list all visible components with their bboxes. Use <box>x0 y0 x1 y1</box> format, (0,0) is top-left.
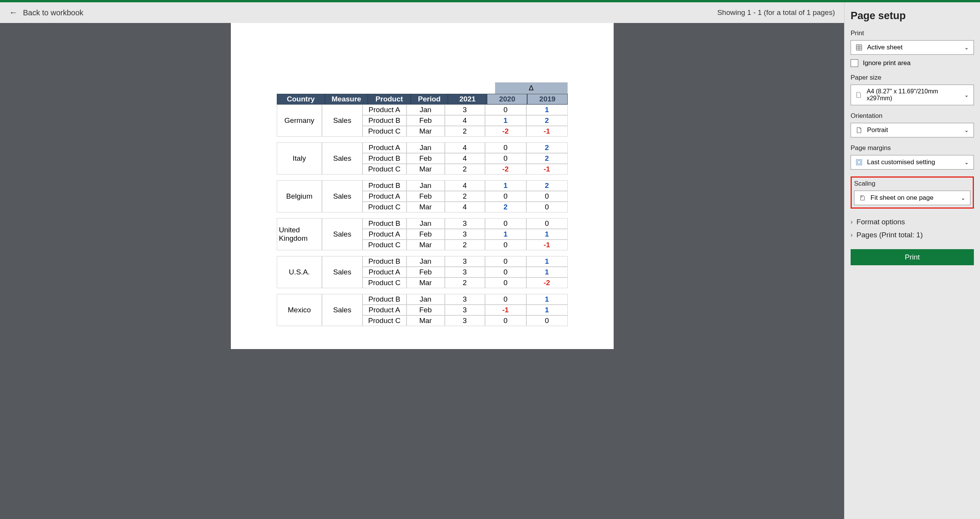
y2019-cell: 2 <box>526 153 568 164</box>
product-cell: Product A <box>363 305 407 315</box>
country-cell: Belgium <box>277 180 322 212</box>
period-cell: Jan <box>407 104 445 115</box>
print-preview-page: ΔCountryMeasureProductPeriod202120202019… <box>231 23 614 349</box>
y2020-cell: -1 <box>485 305 526 315</box>
product-cell: Product B <box>363 115 407 126</box>
column-header: 2021 <box>448 94 487 104</box>
product-cell: Product A <box>363 229 407 240</box>
chevron-down-icon: ⌄ <box>961 195 965 201</box>
y2021-cell: 3 <box>445 305 485 315</box>
column-header: Measure <box>325 94 368 104</box>
pages-expander[interactable]: › Pages (Print total: 1) <box>851 228 974 242</box>
period-cell: Feb <box>407 305 445 315</box>
y2020-cell: 0 <box>485 277 526 288</box>
y2019-cell: 0 <box>526 218 568 229</box>
scaling-label: Scaling <box>854 180 970 188</box>
product-cell: Product C <box>363 277 407 288</box>
y2021-cell: 3 <box>445 218 485 229</box>
y2021-cell: 3 <box>445 104 485 115</box>
y2020-cell: -2 <box>485 164 526 175</box>
y2021-cell: 2 <box>445 164 485 175</box>
y2020-cell: 0 <box>485 218 526 229</box>
column-header: Country <box>277 94 325 104</box>
paper-size-select[interactable]: A4 (8.27" x 11.69"/210mm x297mm) ⌄ <box>851 85 974 105</box>
paper-size-label: Paper size <box>851 74 974 82</box>
product-cell: Product A <box>363 142 407 153</box>
table-row: Product BJan301 <box>363 294 568 305</box>
back-to-workbook-button[interactable]: ← Back to workbook <box>9 8 83 18</box>
y2019-cell: 1 <box>526 229 568 240</box>
table-row: Product CMar2-2-1 <box>363 164 568 175</box>
table-group: ItalySalesProduct AJan402Product BFeb402… <box>277 142 568 175</box>
product-cell: Product B <box>363 256 407 267</box>
table-row: Product AFeb301 <box>363 267 568 277</box>
preview-viewport[interactable]: ΔCountryMeasureProductPeriod202120202019… <box>0 23 844 519</box>
margins-icon <box>856 159 862 166</box>
measure-cell: Sales <box>322 294 362 326</box>
ignore-print-area-checkbox[interactable]: Ignore print area <box>851 59 974 67</box>
arrow-left-icon: ← <box>9 8 18 18</box>
y2021-cell: 3 <box>445 315 485 326</box>
measure-cell: Sales <box>322 256 362 288</box>
period-cell: Mar <box>407 240 445 250</box>
y2021-cell: 4 <box>445 202 485 212</box>
y2020-cell: -2 <box>485 126 526 137</box>
pages-label: Pages (Print total: 1) <box>856 231 923 239</box>
y2020-cell: 0 <box>485 315 526 326</box>
margins-label: Page margins <box>851 144 974 152</box>
y2021-cell: 2 <box>445 277 485 288</box>
measure-cell: Sales <box>322 104 362 137</box>
y2019-cell: 1 <box>526 267 568 277</box>
margins-select[interactable]: Last customised setting ⌄ <box>851 155 974 170</box>
period-cell: Feb <box>407 267 445 277</box>
y2021-cell: 4 <box>445 142 485 153</box>
y2020-cell: 2 <box>485 202 526 212</box>
measure-cell: Sales <box>322 218 362 250</box>
product-cell: Product C <box>363 202 407 212</box>
period-cell: Jan <box>407 218 445 229</box>
table-group: U.S.A.SalesProduct BJan301Product AFeb30… <box>277 256 568 288</box>
table-row: Product CMar2-2-1 <box>363 126 568 137</box>
y2020-cell: 1 <box>485 115 526 126</box>
y2020-cell: 0 <box>485 294 526 305</box>
period-cell: Feb <box>407 115 445 126</box>
table-group: MexicoSalesProduct BJan301Product AFeb3-… <box>277 294 568 326</box>
table-row: Product BFeb402 <box>363 153 568 164</box>
product-cell: Product C <box>363 315 407 326</box>
sheet-grid-icon <box>856 44 862 51</box>
y2019-cell: -2 <box>526 277 568 288</box>
product-cell: Product B <box>363 218 407 229</box>
country-cell: Germany <box>277 104 322 137</box>
delta-header-cell: Δ <box>495 82 568 94</box>
portrait-page-icon <box>856 127 862 134</box>
y2019-cell: 2 <box>526 142 568 153</box>
product-cell: Product A <box>363 191 407 202</box>
print-what-select[interactable]: Active sheet ⌄ <box>851 40 974 55</box>
country-cell: Italy <box>277 142 322 175</box>
svg-rect-6 <box>858 161 861 164</box>
back-label: Back to workbook <box>23 8 83 17</box>
format-options-expander[interactable]: › Format options <box>851 215 974 228</box>
period-cell: Mar <box>407 202 445 212</box>
y2021-cell: 2 <box>445 126 485 137</box>
print-button[interactable]: Print <box>851 249 974 265</box>
y2020-cell: 0 <box>485 240 526 250</box>
scaling-select[interactable]: Fit sheet on one page ⌄ <box>854 191 970 205</box>
y2020-cell: 0 <box>485 153 526 164</box>
column-header: Period <box>411 94 448 104</box>
measure-cell: Sales <box>322 142 362 175</box>
y2019-cell: 1 <box>526 104 568 115</box>
product-cell: Product C <box>363 126 407 137</box>
checkbox-icon <box>851 59 858 67</box>
table-row: Product AFeb200 <box>363 191 568 202</box>
table-row: Product BJan412 <box>363 180 568 191</box>
y2019-cell: -1 <box>526 240 568 250</box>
period-cell: Mar <box>407 315 445 326</box>
y2021-cell: 4 <box>445 153 485 164</box>
margins-value: Last customised setting <box>867 158 935 166</box>
y2020-cell: 0 <box>485 142 526 153</box>
orientation-select[interactable]: Portrait ⌄ <box>851 123 974 137</box>
period-cell: Feb <box>407 153 445 164</box>
scaling-highlight-annotation: Scaling Fit sheet on one page ⌄ <box>851 176 974 209</box>
y2019-cell: 2 <box>526 180 568 191</box>
